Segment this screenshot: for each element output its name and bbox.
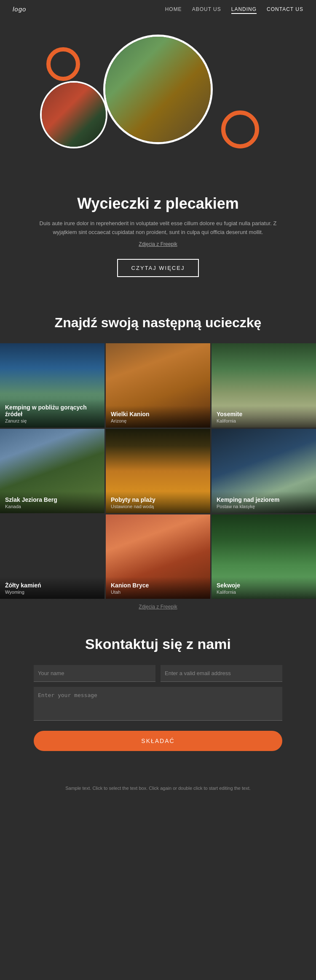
logo[interactable]: logo (13, 5, 26, 13)
grid-overlay-2: Yosemite Kalifornia (212, 406, 316, 428)
read-more-button[interactable]: CZYTAJ WIĘCEJ (117, 259, 199, 277)
grid-overlay-3: Szlak Jeziora Berg Kanada (0, 491, 104, 513)
hero-small-circle (40, 81, 107, 148)
grid-sub-3: Kanada (5, 504, 99, 509)
grid-sub-7: Utah (111, 590, 205, 595)
grid-item-0[interactable]: Kemping w pobliżu gorących źródeł Zanurz… (0, 343, 104, 428)
grid-sub-6: Wyoming (5, 590, 99, 595)
grid-sub-1: Arizonę (111, 418, 205, 423)
hero-main-circle (103, 35, 213, 144)
grid-sub-0: Zanurz się (5, 418, 99, 423)
grid-title-1: Wielki Kanion (111, 411, 205, 417)
grid-item-2[interactable]: Yosemite Kalifornia (212, 343, 316, 428)
email-input[interactable] (161, 665, 282, 682)
hero-couple-image (42, 83, 106, 147)
find-section: Znajdź swoją następną ucieczkę (0, 294, 316, 343)
hero-text: Wycieczki z plecakiem Duis aute irure do… (0, 186, 316, 277)
name-input[interactable] (34, 665, 155, 682)
navbar: logo HOME ABOUT US LANDING CONTACT US (0, 0, 316, 18)
grid-overlay-6: Żółty kamień Wyoming (0, 577, 104, 599)
grid-item-3[interactable]: Szlak Jeziora Berg Kanada (0, 429, 104, 513)
hero-title: Wycieczki z plecakiem (34, 195, 282, 213)
grid-sub-8: Kalifornia (217, 590, 311, 595)
destinations-grid: Kemping w pobliżu gorących źródeł Zanurz… (0, 343, 316, 599)
hero-description: Duis aute irure dolor in reprehenderit i… (34, 219, 282, 237)
hero-freepik-link[interactable]: Zdjęcia z Freepik (34, 241, 282, 247)
grid-item-7[interactable]: Kanion Bryce Utah (106, 514, 210, 599)
grid-title-5: Kemping nad jeziorem (217, 496, 311, 503)
footer-text: Sample text. Click to select the text bo… (34, 785, 282, 792)
grid-title-7: Kanion Bryce (111, 582, 205, 589)
grid-sub-4: Ustawione nad wodą (111, 504, 205, 509)
grid-title-2: Yosemite (217, 411, 311, 417)
hero-circles (0, 30, 316, 182)
nav-item-about[interactable]: ABOUT US (192, 5, 221, 13)
grid-item-8[interactable]: Sekwoje Kalifornia (212, 514, 316, 599)
contact-form: SKŁADAĆ (34, 665, 282, 751)
find-title: Znajdź swoją następną ucieczkę (0, 315, 316, 331)
grid-sub-2: Kalifornia (217, 418, 311, 423)
grid-title-4: Pobyty na plaży (111, 496, 205, 503)
grid-title-0: Kemping w pobliżu gorących źródeł (5, 404, 99, 417)
grid-title-8: Sekwoje (217, 582, 311, 589)
grid-overlay-0: Kemping w pobliżu gorących źródeł Zanurz… (0, 399, 104, 428)
grid-item-6[interactable]: Żółty kamień Wyoming (0, 514, 104, 599)
grid-overlay-7: Kanion Bryce Utah (106, 577, 210, 599)
nav-link-landing[interactable]: LANDING (231, 6, 257, 14)
hero-main-image (105, 37, 211, 142)
nav-link-about[interactable]: ABOUT US (192, 6, 221, 12)
nav-links: HOME ABOUT US LANDING CONTACT US (165, 5, 303, 13)
grid-overlay-8: Sekwoje Kalifornia (212, 577, 316, 599)
grid-sub-5: Postaw na klasykę (217, 504, 311, 509)
submit-button[interactable]: SKŁADAĆ (34, 731, 282, 751)
grid-title-6: Żółty kamień (5, 582, 99, 589)
grid-title-3: Szlak Jeziora Berg (5, 496, 99, 503)
orange-ring-right-icon (221, 110, 259, 148)
grid-item-4[interactable]: Pobyty na plaży Ustawione nad wodą (106, 429, 210, 513)
grid-overlay-5: Kemping nad jeziorem Postaw na klasykę (212, 491, 316, 513)
hero-section: Wycieczki z plecakiem Duis aute irure do… (0, 18, 316, 294)
contact-title: Skontaktuj się z nami (34, 636, 282, 652)
nav-item-contact[interactable]: CONTACT US (267, 5, 303, 13)
nav-item-landing[interactable]: LANDING (231, 5, 257, 13)
form-name-email-row (34, 665, 282, 682)
footer: Sample text. Click to select the text bo… (0, 776, 316, 805)
grid-item-1[interactable]: Wielki Kanion Arizonę (106, 343, 210, 428)
grid-item-5[interactable]: Kemping nad jeziorem Postaw na klasykę (212, 429, 316, 513)
nav-link-home[interactable]: HOME (165, 6, 182, 12)
nav-item-home[interactable]: HOME (165, 5, 182, 13)
grid-overlay-1: Wielki Kanion Arizonę (106, 406, 210, 428)
message-textarea[interactable] (34, 687, 282, 721)
contact-section: Skontaktuj się z nami SKŁADAĆ (0, 615, 316, 776)
nav-link-contact[interactable]: CONTACT US (267, 6, 303, 12)
orange-ring-topleft-icon (46, 47, 80, 81)
grid-overlay-4: Pobyty na plaży Ustawione nad wodą (106, 491, 210, 513)
grid-freepik-link[interactable]: Zdjęcia z Freepik (0, 599, 316, 615)
